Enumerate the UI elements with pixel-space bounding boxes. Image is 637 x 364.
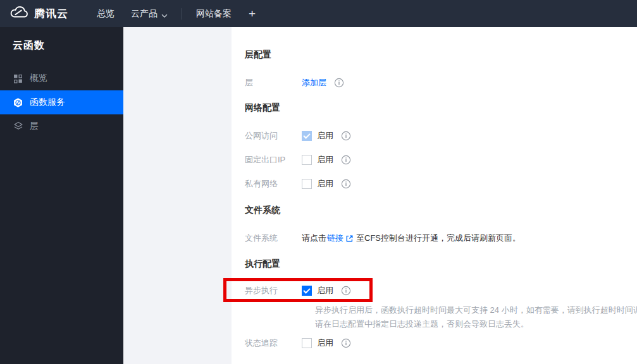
nav-overview-label: 总览 [97, 8, 114, 20]
status-tracking-checkbox[interactable] [302, 338, 312, 348]
form-row-status-tracking: 状态追踪 启用 [245, 331, 637, 355]
helper-line-1: 异步执行启用后，函数执行超时时间最大可支持 24 小时，如有需要，请到执行超时时… [315, 303, 637, 317]
chevron-down-icon [161, 9, 168, 20]
async-execution-checkbox[interactable] [302, 286, 312, 296]
topbar-nav: 总览 云产品 网站备案 + [89, 0, 264, 27]
sidebar-item-function-service[interactable]: 函数服务 [0, 90, 123, 114]
sidebar: 云函数 概览 [0, 27, 123, 364]
info-icon[interactable] [334, 78, 344, 88]
external-link-icon[interactable] [345, 234, 354, 243]
form-row-fixed-outbound-ip: 固定出口IP 启用 [245, 148, 637, 172]
file-system-label: 文件系统 [245, 233, 302, 244]
fixed-outbound-ip-checkbox[interactable] [302, 155, 312, 165]
plus-icon: + [249, 7, 256, 21]
logo-title: 腾讯云 [34, 6, 68, 21]
cfs-link[interactable]: 链接 [327, 233, 343, 244]
form-row-public-access: 公网访问 启用 [245, 124, 637, 148]
topbar: 腾讯云 总览 云产品 网站备案 + [0, 0, 637, 27]
async-execution-helper-text: 异步执行启用后，函数执行超时时间最大可支持 24 小时，如有需要，请到执行超时时… [315, 303, 637, 331]
private-network-checkbox[interactable] [302, 179, 312, 189]
tencent-cloud-logo[interactable]: 腾讯云 [9, 5, 68, 22]
nav-products-label: 云产品 [131, 8, 158, 20]
fs-text-after: 至CFS控制台进行开通，完成后请刷新页面。 [356, 233, 521, 244]
helper-line-2: 请在日志配置中指定日志投递主题，否则会导致日志丢失。 [315, 317, 637, 331]
layers-icon [13, 121, 23, 132]
info-icon[interactable] [341, 338, 351, 348]
nav-add-tab-button[interactable]: + [240, 0, 264, 27]
cloud-logo-icon [9, 5, 29, 22]
section-title-file-system: 文件系统 [245, 205, 280, 215]
form-row-file-system: 文件系统 请点击 链接 至CFS控制台进行开通，完成后请刷新页面。 [245, 226, 637, 250]
nav-cloud-products[interactable]: 云产品 [123, 0, 176, 27]
sidebar-title: 云函数 [0, 27, 123, 52]
enable-label: 启用 [317, 154, 333, 166]
form-row-private-network: 私有网络 启用 [245, 172, 637, 196]
sidebar-item-label: 概览 [30, 73, 47, 84]
sidebar-item-label: 层 [30, 121, 39, 132]
sidebar-item-layers[interactable]: 层 [0, 114, 123, 138]
settings-form: 层配置 层 添加层 网络配置 公网访问 启用 固定出口IP [232, 27, 637, 364]
status-tracking-label: 状态追踪 [245, 337, 302, 349]
add-layer-link[interactable]: 添加层 [302, 77, 326, 88]
section-title-execution-config: 执行配置 [245, 258, 280, 269]
section-title-layer-config: 层配置 [245, 49, 271, 59]
function-service-icon [13, 97, 23, 108]
fixed-outbound-ip-label: 固定出口IP [245, 154, 302, 166]
page: 腾讯云 总览 云产品 网站备案 + 云函数 [0, 0, 637, 364]
enable-label: 启用 [317, 178, 333, 190]
info-icon[interactable] [341, 286, 351, 296]
form-row-async-execution: 异步执行 启用 [245, 279, 637, 303]
grid-icon [13, 73, 23, 84]
public-access-label: 公网访问 [245, 130, 302, 142]
section-title-network-config: 网络配置 [245, 102, 280, 112]
sidebar-menu: 概览 函数服务 层 [0, 66, 123, 138]
fs-text-before: 请点击 [302, 233, 326, 244]
info-icon[interactable] [341, 155, 351, 165]
sidebar-item-overview[interactable]: 概览 [0, 66, 123, 90]
enable-label: 启用 [317, 337, 333, 349]
nav-overview[interactable]: 总览 [89, 0, 123, 27]
enable-label: 启用 [317, 130, 333, 142]
enable-label: 启用 [317, 285, 333, 296]
nav-icp-label: 网站备案 [196, 8, 232, 20]
nav-icp-filing[interactable]: 网站备案 [188, 0, 240, 27]
form-row-layer: 层 添加层 [245, 71, 637, 95]
private-network-label: 私有网络 [245, 178, 302, 190]
info-icon[interactable] [341, 131, 351, 141]
info-icon[interactable] [341, 179, 351, 189]
public-access-checkbox [302, 131, 312, 141]
sidebar-item-label: 函数服务 [30, 97, 65, 108]
layer-label: 层 [245, 77, 302, 88]
secondary-panel [123, 27, 232, 364]
nav-divider [182, 8, 182, 20]
async-execution-label: 异步执行 [245, 285, 302, 296]
